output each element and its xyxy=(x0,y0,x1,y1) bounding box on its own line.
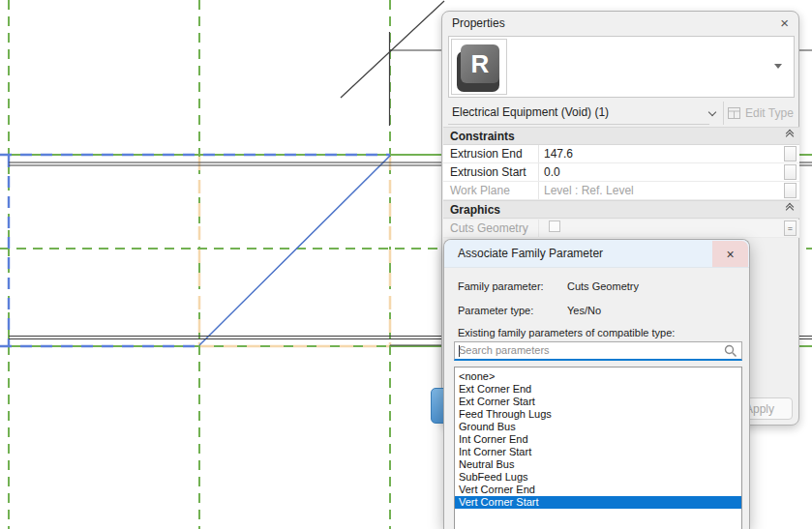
type-selector[interactable]: R xyxy=(448,36,795,98)
edit-type-icon xyxy=(728,107,740,119)
property-value-field: Level : Ref. Level xyxy=(538,182,784,199)
associate-parameter-button[interactable] xyxy=(784,146,797,162)
property-label: Work Plane xyxy=(443,184,538,197)
list-item[interactable]: <none> xyxy=(455,370,741,383)
list-item[interactable]: Feed Through Lugs xyxy=(455,408,741,421)
sketch-lines-blue[interactable] xyxy=(0,155,390,346)
associate-parameter-button[interactable]: = xyxy=(784,220,797,236)
property-row: Extrusion End 147.6 xyxy=(443,145,799,163)
parameter-list: <none> Ext Corner End Ext Corner Start F… xyxy=(454,367,742,529)
sketch-diagonal-blue[interactable] xyxy=(199,156,390,345)
section-header-graphics[interactable]: Graphics xyxy=(443,200,799,219)
search-box xyxy=(454,341,742,361)
list-item[interactable]: Ground Bus xyxy=(455,421,741,433)
associate-parameter-button[interactable] xyxy=(784,183,797,198)
list-item[interactable]: Int Corner Start xyxy=(455,446,741,458)
collapse-icon[interactable] xyxy=(787,207,793,213)
list-item[interactable]: Int Corner End xyxy=(455,433,741,446)
associate-parameter-button[interactable] xyxy=(784,164,797,180)
family-parameter-value: Cuts Geometry xyxy=(567,280,639,292)
type-row: Electrical Equipment (Void) (1) Edit Typ… xyxy=(448,101,795,125)
section-header-constraints[interactable]: Constraints xyxy=(443,127,799,145)
property-value-field[interactable]: 0.0 xyxy=(538,163,784,181)
properties-titlebar[interactable]: Properties × xyxy=(442,12,798,35)
close-icon[interactable]: × xyxy=(780,16,789,30)
list-item[interactable]: Ext Corner End xyxy=(455,383,741,396)
close-icon: × xyxy=(726,247,734,262)
list-item[interactable]: Neutral Bus xyxy=(455,458,741,471)
property-label: Cuts Geometry xyxy=(443,221,538,235)
close-button[interactable]: × xyxy=(712,241,748,267)
property-row: Work Plane Level : Ref. Level xyxy=(443,182,799,200)
dialog-titlebar[interactable]: Associate Family Parameter xyxy=(444,240,749,268)
revit-logo-letter: R xyxy=(461,44,499,83)
property-value-field[interactable]: 147.6 xyxy=(538,145,784,162)
collapse-icon[interactable] xyxy=(787,133,793,139)
list-item[interactable]: Vert Corner End xyxy=(455,484,741,496)
panel-title: Properties xyxy=(452,16,780,30)
chevron-down-icon[interactable] xyxy=(774,64,782,69)
parameter-type-label: Parameter type: xyxy=(458,305,533,316)
existing-parameters-label: Existing family parameters of compatible… xyxy=(458,327,675,338)
section-title: Graphics xyxy=(450,203,500,217)
property-label: Extrusion End xyxy=(443,147,538,161)
property-label: Extrusion Start xyxy=(443,165,538,179)
cuts-geometry-checkbox[interactable] xyxy=(549,220,560,232)
type-name-dropdown[interactable]: Electrical Equipment (Void) (1) xyxy=(448,101,709,125)
search-input[interactable] xyxy=(459,342,720,358)
edit-type-label: Edit Type xyxy=(745,106,794,120)
list-item[interactable]: Ext Corner Start xyxy=(455,396,741,408)
parameter-type-value: Yes/No xyxy=(567,305,601,316)
property-row: Cuts Geometry = xyxy=(443,220,799,238)
property-row: Extrusion Start 0.0 xyxy=(443,163,799,182)
revit-family-icon: R xyxy=(451,39,507,95)
associate-family-parameter-dialog: Associate Family Parameter × Family para… xyxy=(443,239,750,529)
revit-family-editor-view: Properties × R Electrical Equipment (Voi… xyxy=(0,0,812,529)
section-title: Constraints xyxy=(450,130,515,143)
property-value-field xyxy=(538,220,784,237)
search-icon xyxy=(724,344,737,358)
edit-type-button[interactable]: Edit Type xyxy=(723,102,795,125)
list-item-selected[interactable]: Vert Corner Start xyxy=(455,496,741,509)
family-parameter-label: Family parameter: xyxy=(458,280,544,292)
dialog-title: Associate Family Parameter xyxy=(458,247,603,260)
list-item[interactable]: SubFeed Lugs xyxy=(455,471,741,484)
chevron-down-icon[interactable] xyxy=(708,107,716,115)
